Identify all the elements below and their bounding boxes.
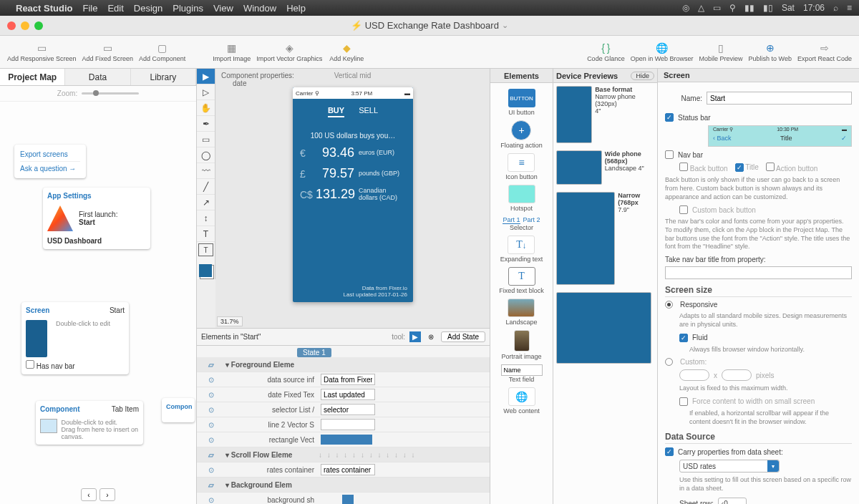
search-icon[interactable]: ⌕ <box>833 3 838 13</box>
height-input[interactable] <box>722 369 752 381</box>
title-property-input[interactable] <box>665 266 852 279</box>
back-button-checkbox[interactable] <box>679 163 688 171</box>
icon-button-element[interactable]: ≡ <box>508 153 535 172</box>
brush-tool[interactable]: 〰 <box>197 163 215 179</box>
rect-tool[interactable]: ▭ <box>197 132 215 147</box>
phone-preview[interactable]: Carrier ⚲ 3:57 PM ▬ BUY SELL 100 US doll… <box>293 87 413 302</box>
import-image-button[interactable]: ▦Import Image <box>210 41 253 64</box>
has-navbar-checkbox[interactable] <box>26 360 34 369</box>
navbar-checkbox[interactable] <box>665 150 674 159</box>
responsive-radio[interactable] <box>665 301 673 309</box>
menu-icon[interactable]: ≡ <box>847 3 852 13</box>
clock-day[interactable]: Sat <box>782 3 795 13</box>
landscape-element[interactable] <box>508 299 535 317</box>
project-map-canvas[interactable]: Export screens Ask a question → App Sett… <box>0 102 196 504</box>
hotspot-element[interactable] <box>508 185 535 203</box>
zoom-slider[interactable] <box>82 92 139 94</box>
title-dropdown-icon[interactable]: ⌄ <box>502 21 508 30</box>
layer-section[interactable]: ▱▾ Background Elem <box>197 478 490 493</box>
data-sheet-select[interactable]: USD rates <box>679 460 780 472</box>
clock-time[interactable]: 17:06 <box>803 3 825 13</box>
status-icon[interactable]: ◎ <box>682 3 689 13</box>
add-responsive-screen-button[interactable]: ▭Add Responsive Screen <box>4 41 79 64</box>
color-swatch[interactable] <box>199 264 212 277</box>
text-block-tool[interactable]: T <box>198 243 213 256</box>
pm-prev-button[interactable]: ‹ <box>81 488 97 501</box>
battery-icon[interactable]: ▮▯ <box>763 3 773 13</box>
menu-help[interactable]: Help <box>286 3 306 14</box>
fluid-checkbox[interactable]: ✓ <box>679 334 688 342</box>
move-tool[interactable]: ↕ <box>197 210 215 226</box>
device-preview-item[interactable]: Base formatNarrow phone (320px)4" <box>556 86 654 145</box>
force-width-checkbox[interactable] <box>679 397 688 406</box>
arrow-tool[interactable]: ↗ <box>197 195 215 210</box>
menu-window[interactable]: Window <box>243 3 276 14</box>
minimize-window-button[interactable] <box>21 21 29 30</box>
layer-section[interactable]: ▱▾ Foreground Eleme <box>197 357 490 372</box>
hide-previews-button[interactable]: Hide <box>631 72 654 80</box>
layer-row[interactable]: ⊙rates container <box>197 462 490 478</box>
action-button-checkbox[interactable] <box>766 163 775 171</box>
text-field-element[interactable] <box>501 364 543 376</box>
device-preview-item[interactable]: Wide phone (568px)Landscape 4" <box>556 150 654 186</box>
menu-plugins[interactable]: Plugins <box>173 3 203 14</box>
web-content-element[interactable]: 🌐 <box>508 387 535 406</box>
tab-sell[interactable]: SELL <box>359 106 378 117</box>
pen-tool[interactable]: ✒ <box>197 116 215 132</box>
custom-back-checkbox[interactable] <box>679 205 688 214</box>
export-react-button[interactable]: ⇨Export React Code <box>795 41 855 64</box>
layer-section[interactable]: ▱▾ Scroll Flow Eleme↓ ↓ ↓ ↓ ↓ ↓ ↓ ↓ ↓ ↓ … <box>197 447 490 462</box>
canvas-zoom-readout[interactable]: 31.7% <box>217 316 243 326</box>
zoom-window-button[interactable] <box>34 21 43 30</box>
device-preview-item[interactable]: Narrow (768px7.9" <box>556 192 654 286</box>
ui-button-element[interactable]: BUTTON <box>508 89 535 107</box>
menu-design[interactable]: Design <box>134 3 162 14</box>
title-checkbox[interactable]: ✓ <box>735 163 744 172</box>
add-fixed-screen-button[interactable]: ▭Add Fixed Screen <box>79 41 137 64</box>
airplay-icon[interactable]: ▭ <box>713 3 721 13</box>
open-browser-button[interactable]: 🌐Open in Web Browser <box>628 41 697 64</box>
status-bar-checkbox[interactable]: ✓ <box>665 113 674 122</box>
screen-thumbnail[interactable] <box>26 320 47 357</box>
tab-buy[interactable]: BUY <box>328 106 344 117</box>
menu-view[interactable]: View <box>213 3 233 14</box>
wifi-icon[interactable]: ⚲ <box>729 3 736 13</box>
state-chip[interactable]: State 1 <box>297 348 331 357</box>
mobile-preview-button[interactable]: ▯Mobile Preview <box>697 41 746 64</box>
add-component-button[interactable]: ▢Add Component <box>136 41 188 64</box>
screen-name-input[interactable] <box>707 92 852 105</box>
expanding-text-element[interactable]: T↓ <box>508 236 535 254</box>
menu-edit[interactable]: Edit <box>107 3 123 14</box>
add-state-button[interactable]: Add State <box>441 331 485 342</box>
ellipse-tool[interactable]: ◯ <box>197 147 215 163</box>
design-canvas[interactable]: Component properties: date Vertical mid … <box>215 69 490 328</box>
status-icon[interactable]: △ <box>698 3 704 13</box>
tab-library[interactable]: Library <box>131 69 196 85</box>
layer-lock-tool[interactable]: ⊗ <box>425 331 437 342</box>
hand-tool[interactable]: ✋ <box>197 100 215 116</box>
code-glance-button[interactable]: { }Code Glance <box>584 41 628 64</box>
pm-next-button[interactable]: › <box>100 488 115 501</box>
layer-row[interactable]: ⊙line 2 Vector S <box>197 417 490 432</box>
tab-project-map[interactable]: Project Map <box>0 69 65 85</box>
close-window-button[interactable] <box>7 21 16 30</box>
text-tool[interactable]: T <box>197 226 215 242</box>
publish-button[interactable]: ⊕Publish to Web <box>746 41 795 64</box>
device-preview-item[interactable] <box>556 292 654 365</box>
portrait-element[interactable] <box>514 330 530 352</box>
layer-row[interactable]: ⊙rectangle Vect <box>197 432 490 447</box>
carry-props-checkbox[interactable]: ✓ <box>665 447 674 456</box>
export-screens-link[interactable]: Export screens <box>20 150 80 158</box>
layer-row[interactable]: ⊙background sh <box>197 493 490 504</box>
custom-radio[interactable] <box>665 358 673 366</box>
fab-element[interactable]: + <box>511 120 531 140</box>
width-input[interactable] <box>679 369 709 381</box>
flag-icon[interactable]: ▮▮ <box>744 3 754 13</box>
direct-select-tool[interactable]: ▷ <box>197 84 215 100</box>
layer-row[interactable]: ⊙data source inf <box>197 372 490 387</box>
layer-select-tool[interactable]: ▶ <box>409 331 421 342</box>
layer-row[interactable]: ⊙date Fixed Tex <box>197 387 490 402</box>
sheet-row-stepper[interactable]: ‹ 0 <box>718 498 747 504</box>
layer-row[interactable]: ⊙selector List / <box>197 402 490 417</box>
tab-data[interactable]: Data <box>65 69 130 85</box>
